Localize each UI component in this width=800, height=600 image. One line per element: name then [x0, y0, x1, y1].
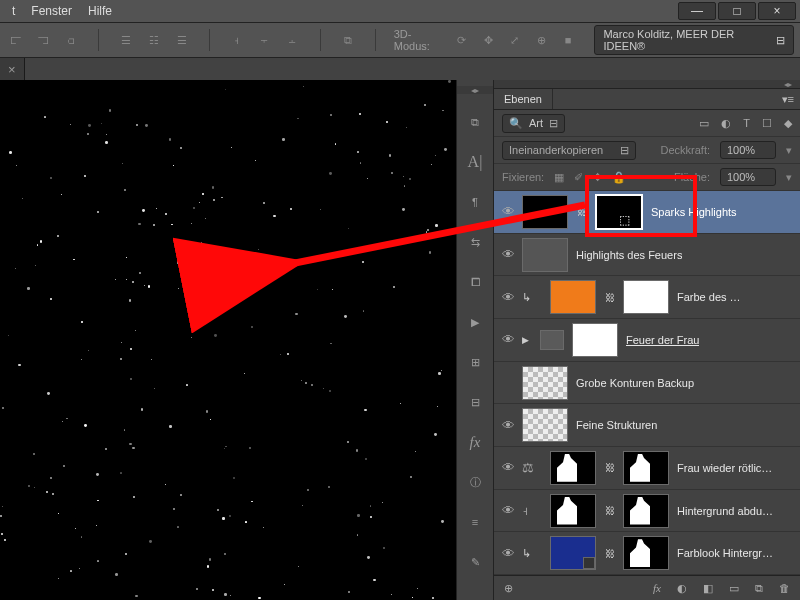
layer-row[interactable]: 👁Feine Strukturen — [494, 404, 800, 447]
mask-link-icon[interactable]: ⛓ — [604, 505, 615, 517]
auto-align-icon[interactable]: ⧉ — [339, 31, 357, 49]
layer-thumbnail[interactable] — [522, 366, 568, 400]
fx-icon[interactable]: fx — [653, 582, 661, 594]
layer-thumbnail[interactable] — [550, 451, 596, 485]
layer-name[interactable]: Frau wieder rötlic… — [677, 462, 772, 474]
layer-row[interactable]: Grobe Konturen Backup — [494, 362, 800, 405]
distribute-icon[interactable]: ⫠ — [284, 31, 302, 49]
info-panel-icon[interactable]: ⓘ — [463, 470, 487, 494]
swatches-panel-icon[interactable]: ⊞ — [463, 350, 487, 374]
workspace-selector[interactable]: Marco Kolditz, MEER DER IDEEN®⊟ — [594, 25, 794, 55]
layer-thumbnail[interactable] — [522, 408, 568, 442]
3d-icon[interactable]: ⤢ — [507, 31, 524, 49]
align-icon[interactable]: ⫍ — [6, 31, 24, 49]
layer-row[interactable]: 👁↳⛓Farbe des … — [494, 276, 800, 319]
layer-row[interactable]: 👁⫞⛓Hintergrund abdu… — [494, 490, 800, 533]
mask-icon[interactable]: ◐ — [677, 582, 687, 595]
delete-layer-icon[interactable]: 🗑 — [779, 582, 790, 594]
3d-icon[interactable]: ⟳ — [453, 31, 470, 49]
menu-item[interactable]: t — [4, 4, 23, 18]
canvas[interactable] — [0, 80, 456, 600]
visibility-toggle[interactable]: 👁 — [494, 204, 522, 219]
visibility-toggle[interactable]: 👁 — [494, 332, 522, 347]
layer-filter-type[interactable]: 🔍Art⊟ — [502, 114, 565, 133]
layer-thumbnail[interactable] — [572, 323, 618, 357]
character-panel-icon[interactable]: A| — [463, 150, 487, 174]
layer-name[interactable]: Feuer der Frau — [626, 334, 699, 346]
measurement-panel-icon[interactable]: ⇆ — [463, 230, 487, 254]
close-button[interactable]: × — [758, 2, 796, 20]
layer-row[interactable]: 👁↳⛓Farblook Hintergr… — [494, 532, 800, 575]
document-tab[interactable]: × — [0, 58, 25, 80]
layer-row[interactable]: 👁⛓⬚Sparks Highlights — [494, 191, 800, 234]
opacity-input[interactable]: 100% — [720, 141, 776, 159]
collapse-handle[interactable]: ◂▸ — [457, 86, 493, 94]
adjustment-icon[interactable]: ◧ — [703, 582, 713, 595]
collapse-handle[interactable]: ◂▸ — [494, 80, 800, 89]
minimize-button[interactable]: — — [678, 2, 716, 20]
visibility-toggle[interactable]: 👁 — [494, 546, 522, 561]
3d-icon[interactable]: ⊕ — [533, 31, 550, 49]
visibility-toggle[interactable]: 👁 — [494, 290, 522, 305]
layer-thumbnail[interactable] — [550, 494, 596, 528]
distribute-icon[interactable]: ☰ — [117, 31, 135, 49]
layer-row[interactable]: 👁Highlights des Feuers — [494, 234, 800, 277]
layer-thumbnail[interactable] — [522, 238, 568, 272]
fill-input[interactable]: 100% — [720, 168, 776, 186]
mask-thumbnail[interactable] — [623, 494, 669, 528]
brush-panel-icon[interactable]: ✎ — [463, 550, 487, 574]
filter-type-icon[interactable]: ▭ — [699, 117, 709, 130]
lock-position-icon[interactable]: ✥ — [593, 171, 602, 184]
history-panel-icon[interactable]: ⧉ — [463, 110, 487, 134]
visibility-toggle[interactable]: 👁 — [494, 247, 522, 262]
filter-type-icon[interactable]: ◆ — [784, 117, 792, 130]
blend-mode-select[interactable]: Ineinanderkopieren⊟ — [502, 141, 636, 160]
expand-caret[interactable]: ▶ — [522, 335, 532, 345]
mask-link-icon[interactable]: ⛓ — [576, 206, 587, 218]
mask-link-icon[interactable]: ⛓ — [604, 547, 615, 559]
paragraph-panel-icon[interactable]: ¶ — [463, 190, 487, 214]
layer-row[interactable]: 👁⚖⛓Frau wieder rötlic… — [494, 447, 800, 490]
close-tab-icon[interactable]: × — [8, 62, 16, 77]
distribute-icon[interactable]: ☷ — [145, 31, 163, 49]
group-icon[interactable]: ▭ — [729, 582, 739, 595]
layer-name[interactable]: Sparks Highlights — [651, 206, 737, 218]
maximize-button[interactable]: □ — [718, 2, 756, 20]
visibility-toggle[interactable]: 👁 — [494, 418, 522, 433]
play-panel-icon[interactable]: ▶ — [463, 310, 487, 334]
layer-filter-icons[interactable]: ▭◐T☐◆ — [699, 117, 792, 130]
menu-item-window[interactable]: Fenster — [23, 4, 80, 18]
styles-panel-icon[interactable]: fx — [463, 430, 487, 454]
mask-thumbnail[interactable]: ⬚ — [595, 194, 643, 230]
panel-tab-layers[interactable]: Ebenen — [494, 89, 553, 109]
mask-thumbnail[interactable] — [623, 536, 669, 570]
visibility-toggle[interactable]: 👁 — [494, 460, 522, 475]
lock-pixels-icon[interactable]: ✐ — [574, 171, 583, 184]
3d-icon[interactable]: ■ — [560, 31, 577, 49]
layer-name[interactable]: Farbe des … — [677, 291, 741, 303]
mask-link-icon[interactable]: ⛓ — [604, 462, 615, 474]
visibility-toggle[interactable]: 👁 — [494, 503, 522, 518]
align-icon[interactable]: ⫎ — [34, 31, 52, 49]
layer-name[interactable]: Feine Strukturen — [576, 419, 657, 431]
layer-row[interactable]: 👁▶Feuer der Frau — [494, 319, 800, 362]
filter-type-icon[interactable]: T — [743, 117, 750, 130]
color-panel-icon[interactable]: ⊟ — [463, 390, 487, 414]
layer-name[interactable]: Farblook Hintergr… — [677, 547, 773, 559]
layer-thumbnail[interactable] — [550, 536, 596, 570]
lock-transparency-icon[interactable]: ▦ — [554, 171, 564, 184]
distribute-icon[interactable]: ☰ — [173, 31, 191, 49]
new-layer-icon[interactable]: ⧉ — [755, 582, 763, 595]
filter-type-icon[interactable]: ◐ — [721, 117, 731, 130]
layer-thumbnail[interactable] — [522, 195, 568, 229]
layer-thumbnail[interactable] — [550, 280, 596, 314]
layer-name[interactable]: Highlights des Feuers — [576, 249, 682, 261]
filter-type-icon[interactable]: ☐ — [762, 117, 772, 130]
distribute-icon[interactable]: ⫟ — [256, 31, 274, 49]
layer-list[interactable]: 👁⛓⬚Sparks Highlights👁Highlights des Feue… — [494, 191, 800, 575]
menu-item-help[interactable]: Hilfe — [80, 4, 120, 18]
layer-name[interactable]: Grobe Konturen Backup — [576, 377, 694, 389]
panel-menu-icon[interactable]: ▾≡ — [776, 93, 800, 106]
mask-thumbnail[interactable] — [623, 280, 669, 314]
align-icon[interactable]: ⫏ — [62, 31, 80, 49]
